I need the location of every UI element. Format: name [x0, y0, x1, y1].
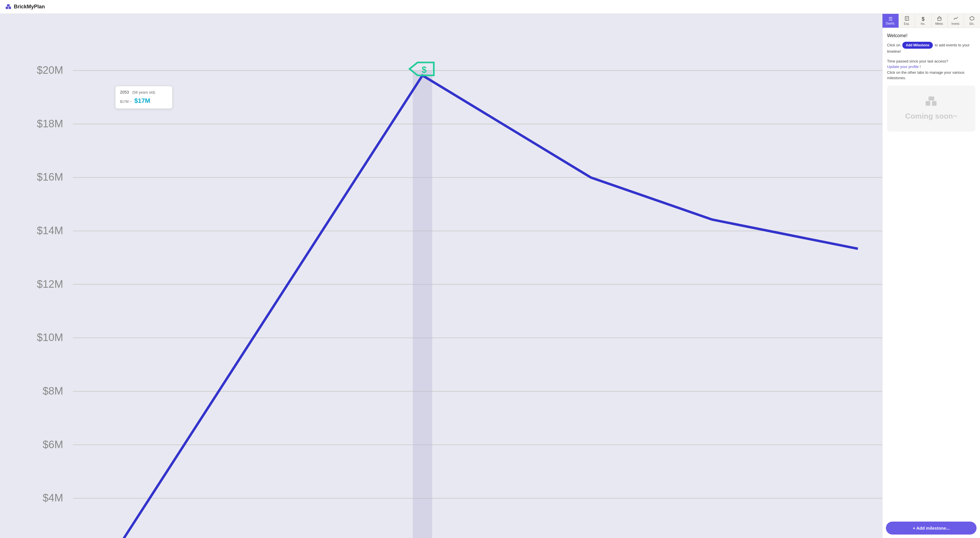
svg-text:$8M: $8M [43, 385, 63, 397]
svg-rect-2 [7, 4, 10, 6]
update-profile-link[interactable]: Update your profile [887, 64, 919, 69]
tab-inc[interactable]: $ Inc. [915, 14, 931, 28]
svg-text:$4M: $4M [43, 492, 63, 504]
welcome-desc-2: Time passed since your last access? Upda… [887, 59, 975, 81]
desc-before-badge: Click on [887, 43, 900, 47]
dashb-icon: ☰ [888, 17, 892, 21]
etc-icon [970, 16, 974, 22]
other-tabs-text: Click on the other tabs to manage your v… [887, 70, 964, 80]
nav-tabs: ☰ Dashb. Exp. $ Inc. [883, 14, 980, 28]
svg-text:$10M: $10M [37, 332, 63, 343]
svg-text:$12M: $12M [37, 278, 63, 290]
tab-exp-label: Exp. [904, 22, 910, 26]
tab-dashb[interactable]: ☰ Dashb. [883, 14, 899, 28]
svg-rect-44 [926, 101, 930, 106]
app-title: BrickMyPlan [14, 4, 45, 10]
svg-rect-46 [929, 96, 934, 101]
tab-milest[interactable]: Milest. [931, 14, 948, 28]
svg-text:$: $ [422, 65, 426, 75]
add-milestone-badge: Add Milestone [902, 42, 933, 49]
inc-icon: $ [921, 16, 924, 22]
svg-rect-42 [938, 18, 941, 21]
tab-inc-label: Inc. [921, 22, 925, 26]
welcome-title: Welcome! [887, 33, 975, 38]
invest-icon [953, 16, 958, 22]
svg-text:$16M: $16M [37, 171, 63, 183]
chart-svg: $0 $2M $4M $6M $8M $10M $12M $14M $16M [0, 14, 882, 538]
svg-text:$14M: $14M [37, 225, 63, 236]
update-profile-after: ! [920, 64, 921, 69]
header: BrickMyPlan [0, 0, 980, 14]
tab-milest-label: Milest. [935, 22, 943, 26]
svg-text:$18M: $18M [37, 118, 63, 129]
tab-exp[interactable]: Exp. [899, 14, 915, 28]
sidebar-content: Welcome! Click on Add Milestone to add e… [883, 28, 980, 518]
time-passed-text: Time passed since your last access? [887, 59, 948, 63]
svg-rect-0 [6, 6, 8, 9]
svg-rect-1 [9, 6, 11, 9]
tab-invest[interactable]: Invest. [948, 14, 964, 28]
svg-text:$20M: $20M [37, 64, 63, 76]
svg-rect-45 [932, 101, 937, 106]
add-milestone-btn-label: + Add milestone... [913, 525, 950, 530]
tab-etc[interactable]: Etc. [964, 14, 980, 28]
welcome-desc-1: Click on Add Milestone to add events to … [887, 42, 975, 54]
coming-soon-box: Coming soon~ [887, 86, 975, 132]
chart-area[interactable]: $0 $2M $4M $6M $8M $10M $12M $14M $16M [0, 14, 882, 538]
logo-icon [5, 4, 11, 10]
coming-soon-text: Coming soon~ [905, 112, 957, 121]
coming-soon-icon [926, 96, 937, 108]
main-layout: $0 $2M $4M $6M $8M $10M $12M $14M $16M [0, 14, 980, 538]
tab-invest-label: Invest. [951, 22, 960, 26]
exp-icon [905, 16, 909, 22]
tab-dashb-label: Dashb. [886, 22, 895, 25]
tab-etc-label: Etc. [970, 22, 975, 26]
svg-text:$6M: $6M [43, 439, 63, 450]
svg-rect-33 [413, 70, 433, 538]
svg-marker-43 [970, 16, 974, 21]
milest-icon [937, 16, 942, 22]
right-sidebar: ☰ Dashb. Exp. $ Inc. [882, 14, 980, 538]
add-milestone-button[interactable]: + Add milestone... [886, 522, 977, 535]
svg-rect-3 [0, 14, 882, 538]
